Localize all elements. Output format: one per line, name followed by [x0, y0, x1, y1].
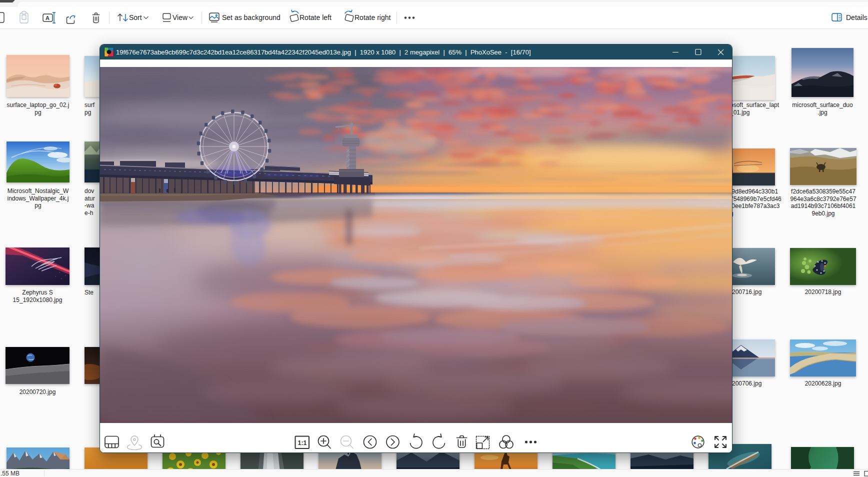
- svg-text:1:1: 1:1: [298, 440, 307, 446]
- svg-text:A: A: [46, 15, 50, 21]
